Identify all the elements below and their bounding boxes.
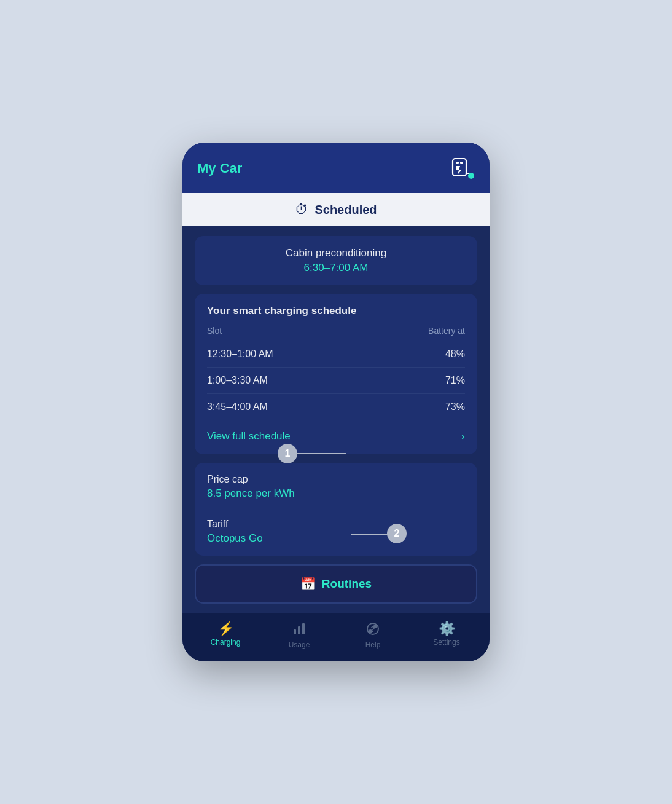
calendar-icon: 📅: [300, 577, 316, 591]
annotation-badge-2: 2: [387, 524, 407, 543]
price-cap-value: 8.5 pence per kWh: [207, 487, 465, 510]
scheduled-label: Scheduled: [315, 203, 377, 217]
charging-icon: ⚡: [217, 622, 234, 636]
cabin-title: Cabin preconditioning: [207, 247, 465, 259]
svg-point-4: [468, 173, 474, 179]
nav-label-settings: Settings: [433, 638, 459, 647]
svg-rect-2: [460, 162, 463, 164]
content-area: Cabin preconditioning 6:30–7:00 AM Your …: [182, 226, 490, 604]
nav-label-usage: Usage: [289, 640, 310, 649]
annotation-line-2: [351, 534, 388, 535]
tariff-label: Tariff: [207, 519, 465, 530]
chevron-right-icon: ›: [461, 429, 465, 443]
charger-icon[interactable]: [448, 155, 475, 182]
schedule-row-2: 1:00–3:30 AM 71%: [207, 368, 465, 394]
header: My Car: [182, 143, 490, 193]
slot-time-2: 1:00–3:30 AM: [207, 375, 268, 386]
schedule-header: Slot Battery at: [207, 326, 465, 341]
nav-label-charging: Charging: [211, 638, 241, 647]
col-slot-label: Slot: [207, 326, 222, 336]
view-full-schedule-button[interactable]: View full schedule ›: [207, 420, 465, 443]
slot-battery-1: 48%: [445, 349, 465, 360]
nav-item-help[interactable]: ? Help: [336, 622, 410, 649]
nav-item-usage[interactable]: Usage: [262, 622, 336, 649]
tariff-value: Octopus Go: [207, 532, 465, 545]
phone-container: My Car ⏱ Scheduled Cabin: [182, 143, 490, 661]
slot-time-3: 3:45–4:00 AM: [207, 401, 268, 412]
smart-charging-card: Your smart charging schedule Slot Batter…: [195, 294, 477, 454]
nav-label-help: Help: [365, 640, 381, 649]
schedule-title: Your smart charging schedule: [207, 305, 465, 317]
schedule-row-3: 3:45–4:00 AM 73%: [207, 394, 465, 420]
nav-item-settings[interactable]: ⚙️ Settings: [410, 622, 483, 649]
price-cap-label: Price cap: [207, 474, 465, 485]
usage-icon: [292, 622, 306, 638]
bottom-nav: ⚡ Charging Usage ?: [182, 613, 490, 661]
annotation-badge-1: 1: [278, 444, 297, 463]
clock-icon: ⏱: [295, 202, 308, 218]
slot-time-1: 12:30–1:00 AM: [207, 349, 273, 360]
slot-battery-2: 71%: [445, 375, 465, 386]
nav-item-charging[interactable]: ⚡ Charging: [189, 622, 262, 649]
scheduled-bar: ⏱ Scheduled: [182, 193, 490, 226]
price-tariff-card: Price cap 8.5 pence per kWh Tariff Octop…: [195, 463, 477, 556]
settings-icon: ⚙️: [439, 622, 455, 636]
svg-point-11: [369, 629, 372, 633]
svg-rect-1: [456, 162, 459, 164]
svg-rect-7: [302, 623, 305, 634]
svg-rect-5: [294, 629, 296, 634]
routines-button[interactable]: 📅 Routines: [195, 564, 477, 604]
schedule-row-1: 12:30–1:00 AM 48%: [207, 341, 465, 368]
page-title: My Car: [197, 160, 242, 176]
svg-rect-6: [298, 626, 300, 634]
help-icon: ?: [366, 622, 380, 638]
svg-point-10: [373, 625, 377, 628]
cabin-card: Cabin preconditioning 6:30–7:00 AM: [195, 236, 477, 285]
slot-battery-3: 73%: [445, 401, 465, 412]
view-full-label: View full schedule: [207, 430, 291, 443]
annotation-line-1: [297, 453, 346, 454]
col-battery-label: Battery at: [428, 326, 465, 336]
routines-label: Routines: [322, 577, 372, 591]
cabin-time: 6:30–7:00 AM: [207, 262, 465, 274]
